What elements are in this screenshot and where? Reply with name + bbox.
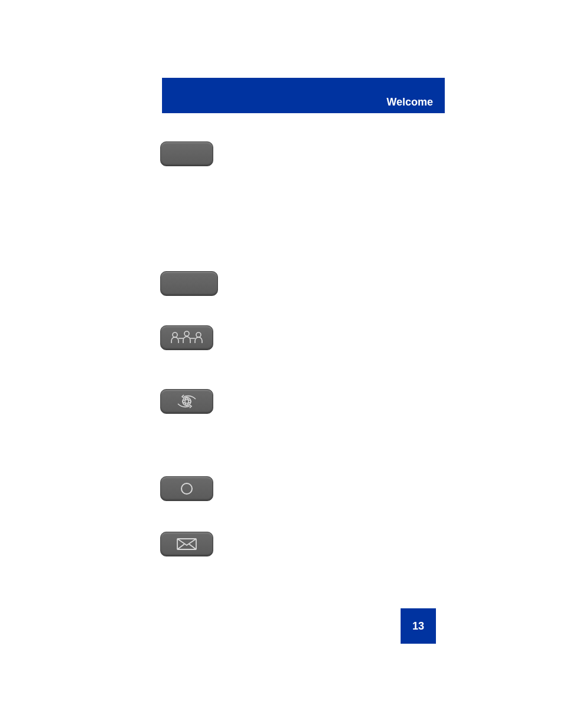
mail-key xyxy=(160,532,213,556)
internet-key xyxy=(160,389,213,414)
globe-arrows-icon xyxy=(172,393,201,410)
header-title: Welcome xyxy=(386,96,433,108)
svg-point-6 xyxy=(183,400,191,403)
blank-key-2 xyxy=(160,271,218,296)
header-bar: Welcome xyxy=(162,78,445,113)
svg-point-5 xyxy=(183,397,191,406)
svg-point-2 xyxy=(196,332,201,337)
svg-point-1 xyxy=(184,331,189,336)
conference-icon xyxy=(167,330,207,345)
document-page: Welcome xyxy=(0,0,562,728)
page-number-box: 13 xyxy=(401,608,436,644)
page-number: 13 xyxy=(412,620,424,633)
svg-point-0 xyxy=(173,332,177,337)
envelope-icon xyxy=(176,537,197,551)
svg-line-9 xyxy=(177,544,184,549)
conference-key xyxy=(160,325,213,350)
svg-line-10 xyxy=(189,544,196,549)
circle-icon xyxy=(178,480,195,497)
circle-key xyxy=(160,476,213,501)
blank-key-1 xyxy=(160,141,213,166)
svg-point-7 xyxy=(181,483,192,494)
